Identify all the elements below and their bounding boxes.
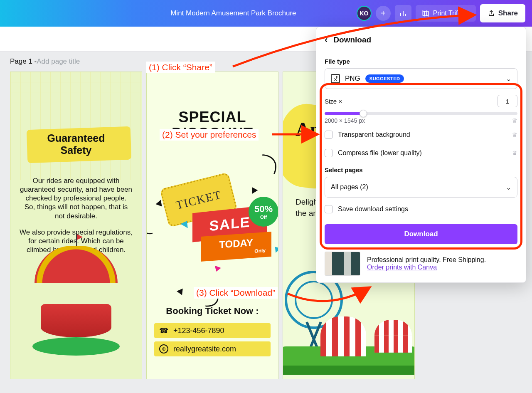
- brochure-panel-2[interactable]: SPECIALDISCOUNT TICKET SALE TODAYOnly 50…: [146, 72, 278, 379]
- download-button[interactable]: Download: [325, 224, 517, 244]
- carousel-illustration: [32, 283, 120, 356]
- topbar-right-group: KO + Print Trifolds Share: [357, 4, 525, 22]
- phone-icon: ☎: [159, 326, 168, 335]
- compress-label: Compress file (lower quality): [338, 149, 507, 157]
- order-prints-link[interactable]: Order prints with Canva: [367, 264, 437, 271]
- analytics-icon[interactable]: [395, 5, 411, 22]
- pro-crown-icon: ♛: [512, 117, 517, 124]
- pro-crown-icon: ♛: [512, 150, 517, 156]
- suggested-badge: SUGGESTED: [365, 74, 404, 83]
- tent-illustration: [374, 320, 412, 351]
- grid-decoration: [10, 72, 142, 180]
- app-topbar: Mint Modern Amusement Park Brochure KO +…: [0, 0, 532, 27]
- avatar[interactable]: KO: [357, 6, 372, 21]
- website-text: reallygreatsite.com: [173, 345, 236, 353]
- share-button[interactable]: Share: [480, 4, 525, 22]
- special-discount-heading: SPECIALDISCOUNT: [147, 109, 278, 142]
- transparent-checkbox[interactable]: [325, 131, 333, 139]
- document-title[interactable]: Mint Modern Amusement Park Brochure: [170, 9, 296, 17]
- download-panel: ‹ Download File type PNG SUGGESTED ⌄ Siz…: [316, 27, 526, 283]
- promo-text: Professional print quality. Free Shippin…: [367, 256, 486, 264]
- add-member-button[interactable]: +: [376, 6, 391, 21]
- confetti-icon: [212, 266, 221, 276]
- website-row: ⊕ reallygreatsite.com: [154, 341, 271, 356]
- print-promo: Professional print quality. Free Shippin…: [325, 252, 517, 276]
- tent-illustration: [320, 316, 366, 354]
- save-settings-checkbox[interactable]: [325, 205, 333, 213]
- pro-crown-icon: ♛: [512, 131, 517, 138]
- today-banner: TODAYOnly: [201, 232, 271, 262]
- safety-heading: GuaranteedSafety: [10, 132, 142, 156]
- file-type-select[interactable]: PNG SUGGESTED ⌄: [325, 68, 517, 89]
- phone-row: ☎ +123-456-7890: [154, 323, 271, 338]
- discount-badge: 50%Off: [249, 197, 278, 227]
- download-title: Download: [333, 35, 371, 44]
- compress-checkbox[interactable]: [325, 149, 333, 157]
- save-settings-label: Save download settings: [338, 205, 408, 213]
- transparent-label: Transparent background: [338, 131, 507, 138]
- page-title-hint[interactable]: Add page title: [37, 57, 80, 66]
- size-multiplier-input[interactable]: 1: [498, 95, 517, 107]
- image-icon: [331, 74, 340, 83]
- promo-thumbnail: [325, 252, 360, 276]
- booking-heading: Booking Ticket Now :: [147, 306, 278, 316]
- share-label: Share: [498, 9, 518, 17]
- phone-text: +123-456-7890: [173, 326, 224, 335]
- size-slider[interactable]: [325, 112, 517, 115]
- file-type-value: PNG: [345, 74, 360, 83]
- back-chevron-icon[interactable]: ‹: [325, 35, 328, 45]
- download-header: ‹ Download: [316, 27, 526, 51]
- print-trifolds-label: Print Trifolds: [433, 10, 470, 17]
- page-number: Page 1 -: [10, 57, 37, 66]
- select-pages-value: All pages (2): [331, 183, 368, 191]
- select-pages-dropdown[interactable]: All pages (2) ⌄: [325, 177, 517, 198]
- globe-icon: ⊕: [159, 344, 168, 353]
- size-label: Size ×: [325, 98, 342, 105]
- brochure-panel-1[interactable]: GuaranteedSafety Our rides are equipped …: [10, 72, 142, 379]
- confetti-icon: [270, 242, 278, 253]
- print-trifolds-button[interactable]: Print Trifolds: [416, 5, 476, 22]
- chevron-down-icon: ⌄: [506, 75, 511, 83]
- dimensions-text: 2000 × 1545 px: [325, 117, 365, 124]
- chevron-down-icon: ⌄: [506, 183, 511, 191]
- file-type-label: File type: [325, 58, 517, 65]
- select-pages-label: Select pages: [325, 166, 517, 173]
